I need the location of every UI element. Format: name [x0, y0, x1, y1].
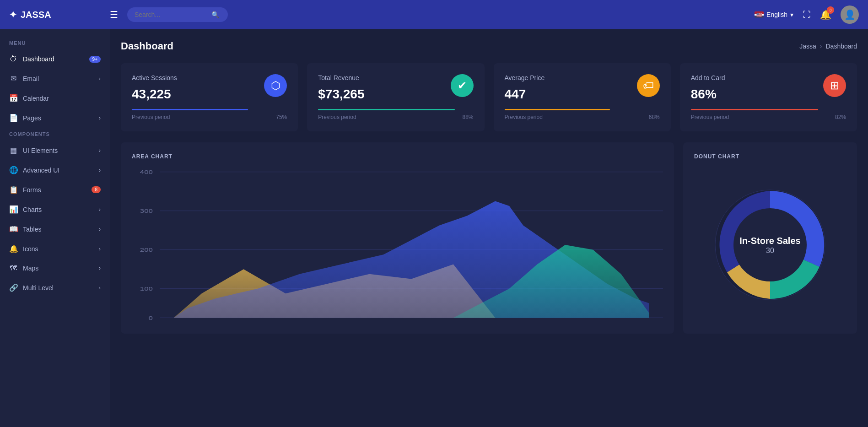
menu-section-label: MENU [0, 37, 110, 49]
sidebar-item-email[interactable]: ✉ Email › [0, 69, 110, 88]
user-avatar[interactable]: 👤 [841, 5, 859, 24]
donut-center-label: In-Store Sales [739, 235, 800, 247]
chevron-right-icon: › [99, 167, 101, 173]
donut-chart-card: DONUT CHART [683, 142, 857, 334]
charts-icon: 📊 [9, 205, 17, 214]
stat-icon-tag: 🏷 [637, 74, 660, 97]
svg-text:0: 0 [148, 315, 152, 321]
stat-card-header: Average Price 447 🏷 [505, 74, 660, 102]
sidebar-item-forms[interactable]: 📋 Forms 8 [0, 180, 110, 200]
svg-text:400: 400 [140, 169, 153, 175]
search-bar: 🔍 [127, 7, 228, 22]
icons-icon: 🔔 [9, 244, 17, 253]
progress-bar [505, 109, 610, 110]
chevron-right-icon: › [99, 115, 101, 121]
navbar-right: 🇺🇸 English ▾ ⛶ 🔔 3 👤 [755, 5, 859, 24]
sidebar-label-forms: Forms [23, 186, 41, 194]
fullscreen-button[interactable]: ⛶ [803, 10, 811, 20]
brand-icon: ✦ [9, 9, 17, 20]
svg-text:100: 100 [140, 286, 153, 292]
stat-card-info: Active Sessions 43,225 [132, 74, 177, 102]
stat-icon-box: ⬡ [264, 74, 287, 97]
sidebar-label-icons: Icons [23, 245, 38, 253]
stat-card-average-price: Average Price 447 🏷 Previous period 68% [494, 63, 671, 131]
period-value: 82% [835, 114, 846, 120]
stat-icon-layers: ⊞ [823, 74, 846, 97]
stat-progress-meta: Previous period 88% [318, 114, 473, 120]
donut-chart-center: In-Store Sales 30 [739, 235, 800, 255]
stat-card-value: 447 [505, 87, 545, 102]
chevron-right-icon: › [99, 76, 101, 82]
svg-text:200: 200 [140, 247, 153, 253]
period-value: 68% [649, 114, 660, 120]
stat-card-header: Total Revenue $73,265 ✔ [318, 74, 473, 102]
sidebar-item-multi-level[interactable]: 🔗 Multi Level › [0, 278, 110, 297]
area-chart-card: AREA CHART 400 300 200 100 0 2013 [121, 142, 674, 334]
chevron-right-icon: › [99, 285, 101, 291]
stat-card-label: Active Sessions [132, 74, 177, 81]
sidebar-label-calendar: Calendar [23, 95, 49, 102]
calendar-icon: 📅 [9, 94, 17, 103]
stat-progress-meta: Previous period 82% [691, 114, 846, 120]
breadcrumb-separator: › [820, 43, 822, 50]
period-value: 75% [276, 114, 287, 120]
language-selector[interactable]: 🇺🇸 English ▾ [755, 11, 793, 18]
sidebar-item-icons[interactable]: 🔔 Icons › [0, 239, 110, 259]
flag-icon: 🇺🇸 [755, 11, 764, 18]
sidebar-item-ui-elements[interactable]: ▦ UI Elements › [0, 141, 110, 160]
menu-toggle-icon[interactable]: ☰ [110, 9, 118, 20]
sidebar-label-charts: Charts [23, 206, 42, 213]
clock-icon: ⏱ [9, 55, 17, 63]
donut-center-value: 30 [766, 247, 774, 255]
charts-row: AREA CHART 400 300 200 100 0 2013 [121, 142, 857, 334]
stat-card-active-sessions: Active Sessions 43,225 ⬡ Previous period… [121, 63, 298, 131]
brand-name: JASSA [21, 10, 51, 20]
lang-chevron-icon: ▾ [790, 11, 793, 18]
stat-card-info: Add to Card 86% [691, 74, 725, 102]
sidebar-item-advanced-ui[interactable]: 🌐 Advanced UI › [0, 160, 110, 180]
chevron-right-icon: › [99, 206, 101, 213]
stat-card-header: Active Sessions 43,225 ⬡ [132, 74, 287, 102]
sidebar-label-ui-elements: UI Elements [23, 147, 58, 154]
stat-card-add-to-card: Add to Card 86% ⊞ Previous period 82% [680, 63, 857, 131]
briefcase-icon: ✔ [458, 79, 467, 92]
notification-button[interactable]: 🔔 3 [820, 9, 831, 20]
period-value: 88% [462, 114, 473, 120]
breadcrumb: Jassa › Dashboard [799, 43, 857, 50]
tag-icon: 🏷 [643, 79, 654, 92]
stat-progress: Previous period 88% [318, 109, 473, 120]
sidebar-item-maps[interactable]: 🗺 Maps › [0, 259, 110, 278]
period-label: Previous period [132, 114, 170, 120]
dashboard-badge: 9+ [89, 56, 101, 63]
pages-icon: 📄 [9, 114, 17, 122]
stat-card-info: Average Price 447 [505, 74, 545, 102]
breadcrumb-current: Dashboard [826, 43, 857, 50]
maps-icon: 🗺 [9, 264, 17, 272]
sidebar-item-pages[interactable]: 📄 Pages › [0, 108, 110, 128]
stat-card-value: $73,265 [318, 87, 364, 102]
donut-chart-container: In-Store Sales 30 [694, 167, 846, 323]
advanced-ui-icon: 🌐 [9, 166, 17, 174]
breadcrumb-parent: Jassa [799, 43, 816, 50]
multi-level-icon: 🔗 [9, 283, 17, 292]
sidebar-item-charts[interactable]: 📊 Charts › [0, 200, 110, 219]
sidebar-item-calendar[interactable]: 📅 Calendar [0, 88, 110, 108]
chevron-right-icon: › [99, 246, 101, 252]
main-content: Dashboard Jassa › Dashboard Active Sessi… [110, 29, 868, 427]
sidebar-item-dashboard[interactable]: ⏱ Dashboard 9+ [0, 49, 110, 69]
language-label: English [766, 11, 787, 18]
progress-bar [132, 109, 248, 110]
donut-chart-title: DONUT CHART [694, 153, 846, 160]
sidebar-item-tables[interactable]: 📖 Tables › [0, 219, 110, 239]
period-label: Previous period [691, 114, 729, 120]
area-chart-container: 400 300 200 100 0 2013 2014 2015 2016 20… [132, 167, 663, 323]
ui-elements-icon: ▦ [9, 146, 17, 155]
page-title: Dashboard [121, 40, 173, 52]
search-input[interactable] [135, 11, 208, 18]
chevron-right-icon: › [99, 265, 101, 271]
stat-card-label: Average Price [505, 74, 545, 81]
brand-logo: ✦ JASSA [9, 9, 101, 20]
layers-icon: ⊞ [830, 79, 839, 92]
stat-card-value: 86% [691, 87, 725, 102]
area-chart-title: AREA CHART [132, 153, 663, 160]
